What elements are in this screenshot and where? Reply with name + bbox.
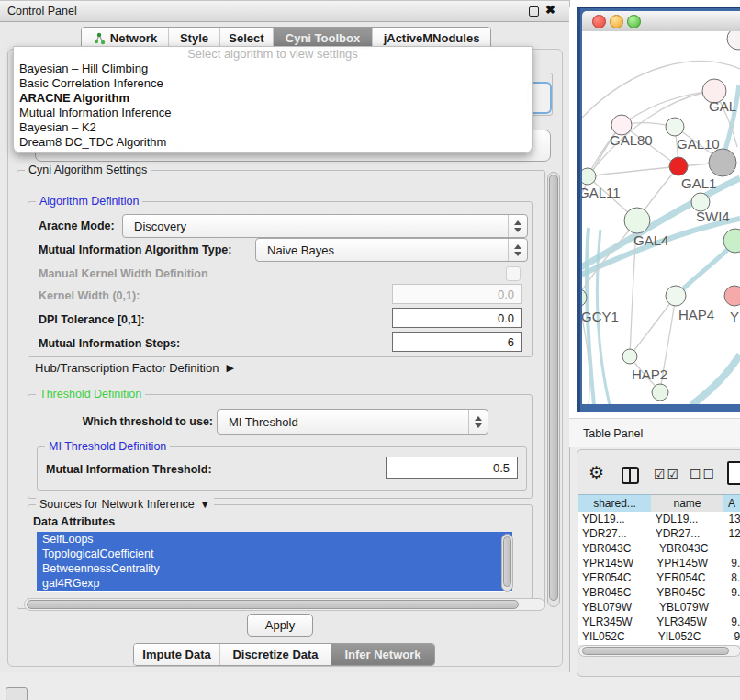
dpi-tolerance-label: DPI Tolerance [0,1]: xyxy=(39,313,145,326)
combo-stepper-icon xyxy=(468,410,488,434)
control-panel-title: Control Panel xyxy=(7,5,77,17)
minimize-traffic-light[interactable] xyxy=(610,15,623,28)
which-threshold-label: Which threshold to use: xyxy=(77,415,213,428)
which-threshold-combo[interactable]: MI Threshold xyxy=(217,409,488,435)
table-horizontal-scrollbar[interactable] xyxy=(578,645,740,657)
table-cell: YDR27... xyxy=(578,526,652,541)
dpi-tolerance-field[interactable]: 0.0 xyxy=(392,308,522,328)
table-cell: 9 xyxy=(730,629,740,644)
mi-steps-field[interactable]: 6 xyxy=(392,332,522,352)
tab-label: Infer Network xyxy=(344,648,420,661)
close-icon[interactable]: ✖ xyxy=(545,3,555,17)
network-edge[interactable] xyxy=(691,355,740,404)
algorithm-option-bayesian-hill-climbing[interactable]: Bayesian – Hill Climbing xyxy=(14,62,532,76)
apply-button[interactable]: Apply xyxy=(247,614,313,637)
network-node-hap2[interactable] xyxy=(622,349,637,364)
tab-label: Discretize Data xyxy=(232,648,318,661)
table-row[interactable]: YER054CYER054C8. xyxy=(578,570,740,585)
kernel-width-label: Kernel Width (0,1): xyxy=(39,289,140,302)
close-traffic-light[interactable] xyxy=(592,15,606,28)
sources-title: Sources for Network Inference xyxy=(39,498,195,511)
attribute-item-selfloops[interactable]: SelfLoops xyxy=(37,532,512,547)
settings-hscroll-thumb[interactable] xyxy=(27,600,519,609)
table-row[interactable]: YDL19...YDL19...13 xyxy=(578,512,740,526)
attribute-item-betweennesscentrality[interactable]: BetweennessCentrality xyxy=(37,561,512,576)
network-node[interactable] xyxy=(727,31,740,50)
kernel-width-field[interactable]: 0.0 xyxy=(392,284,522,304)
zoom-traffic-light[interactable] xyxy=(627,15,641,28)
network-node-gal4[interactable] xyxy=(624,208,650,233)
columns-icon[interactable] xyxy=(622,467,639,484)
network-edge[interactable] xyxy=(676,242,735,296)
which-threshold-value: MI Threshold xyxy=(218,415,468,429)
table-panel-title: Table Panel xyxy=(583,427,643,440)
column-header-name[interactable]: name xyxy=(651,494,724,513)
manual-kernel-width-checkbox[interactable] xyxy=(506,266,521,281)
settings-horizontal-scrollbar[interactable] xyxy=(24,598,545,611)
table-cell: YBR043C xyxy=(656,541,733,556)
network-node-gal10[interactable] xyxy=(666,118,684,136)
node-label-gal80: GAL80 xyxy=(610,132,653,148)
unchecked-boxes-icon[interactable]: ☐☐ xyxy=(690,467,716,481)
manual-kernel-width-label: Manual Kernel Width Definition xyxy=(39,267,208,280)
tab-discretize-data[interactable]: Discretize Data xyxy=(220,644,331,665)
table-row[interactable]: YBR045CYBR045C9. xyxy=(578,585,740,600)
table-cell: YBL079W xyxy=(656,600,733,615)
algorithm-popup-list: Bayesian – Hill ClimbingBasic Correlatio… xyxy=(14,62,532,150)
algorithm-option-basic-correlation-inference[interactable]: Basic Correlation Inference xyxy=(14,76,532,91)
sources-title-row[interactable]: Sources for Network Inference ▼ xyxy=(36,498,214,511)
table-cell: 12 xyxy=(724,526,740,541)
hub-definition-toggle[interactable]: Hub/Transcription Factor Definition ▶ xyxy=(35,361,234,375)
collapse-panel-button[interactable] xyxy=(6,687,28,700)
table-row[interactable]: YLR345WYLR345W9. xyxy=(578,615,740,629)
network-node-y[interactable] xyxy=(724,286,740,306)
float-window-icon[interactable] xyxy=(529,6,539,17)
network-node[interactable] xyxy=(709,149,736,176)
network-edge[interactable] xyxy=(630,296,676,356)
algorithm-option-dream8-dc-tdc-algorithm[interactable]: Dream8 DC_TDC Algorithm xyxy=(14,135,532,150)
table-cell: YLR345W xyxy=(578,615,653,629)
table-cell: 8. xyxy=(727,570,740,585)
aracne-mode-label: Aracne Mode: xyxy=(39,220,115,232)
document-icon[interactable] xyxy=(727,461,740,485)
mutual-info-threshold-field[interactable]: 0.5 xyxy=(386,457,518,479)
network-node-gal11[interactable] xyxy=(582,168,596,185)
table-hscroll-thumb[interactable] xyxy=(582,647,729,655)
gear-icon[interactable]: ⚙ xyxy=(589,462,604,483)
attributes-scrollbar[interactable] xyxy=(501,534,513,592)
network-graph[interactable]: GALGAL80GAL10GAL1GAL11SWI4GAL4GCY1HAP4YH… xyxy=(582,31,740,404)
aracne-mode-combo[interactable]: Discovery xyxy=(122,214,528,238)
tab-impute-data[interactable]: Impute Data xyxy=(134,644,220,665)
tab-infer-network[interactable]: Infer Network xyxy=(331,644,434,665)
table-row[interactable]: YIL052CYIL052C9 xyxy=(578,629,740,644)
table-cell: YER054C xyxy=(578,570,653,585)
table-row[interactable]: YBL079WYBL079W xyxy=(578,600,740,615)
algorithm-popup-placeholder: Select algorithm to view settings xyxy=(14,47,532,62)
column-header-shared[interactable]: shared... xyxy=(578,494,652,513)
network-edge[interactable] xyxy=(588,166,678,176)
network-edge[interactable] xyxy=(622,91,714,125)
attribute-item-topologicalcoefficient[interactable]: TopologicalCoefficient xyxy=(37,547,512,561)
checked-boxes-icon[interactable]: ☑☑ xyxy=(654,467,680,481)
attribute-item-gal4rgexp[interactable]: gal4RGexp xyxy=(37,576,512,591)
table-row[interactable]: YPR145WYPR145W9. xyxy=(578,556,740,570)
algorithm-option-mutual-information-inference[interactable]: Mutual Information Inference xyxy=(14,106,532,120)
table-row[interactable]: YBR043CYBR043C xyxy=(578,541,740,556)
settings-scroll-thumb[interactable] xyxy=(549,175,558,601)
algorithm-option-aracne-algorithm[interactable]: ARACNE Algorithm xyxy=(14,91,532,106)
settings-vertical-scrollbar[interactable] xyxy=(547,172,560,607)
column-header-a[interactable]: A xyxy=(723,494,740,513)
table-cell: YDL19... xyxy=(578,512,652,526)
network-canvas[interactable]: GALGAL80GAL10GAL1GAL11SWI4GAL4GCY1HAP4YH… xyxy=(582,31,740,404)
network-window-titlebar[interactable] xyxy=(582,11,740,32)
attributes-scroll-thumb[interactable] xyxy=(503,536,511,587)
hub-definition-label: Hub/Transcription Factor Definition xyxy=(35,361,219,375)
network-node[interactable] xyxy=(652,384,668,401)
network-node-gal1[interactable] xyxy=(669,157,688,175)
network-node-hap4[interactable] xyxy=(666,286,686,306)
table-row[interactable]: YDR27...YDR27...12 xyxy=(578,526,740,541)
mi-algorithm-type-combo[interactable]: Naive Bayes xyxy=(255,238,528,262)
algorithm-definition-title: Algorithm Definition xyxy=(36,195,142,208)
network-edge[interactable] xyxy=(724,85,739,152)
algorithm-option-bayesian-k2[interactable]: Bayesian – K2 xyxy=(14,120,532,135)
